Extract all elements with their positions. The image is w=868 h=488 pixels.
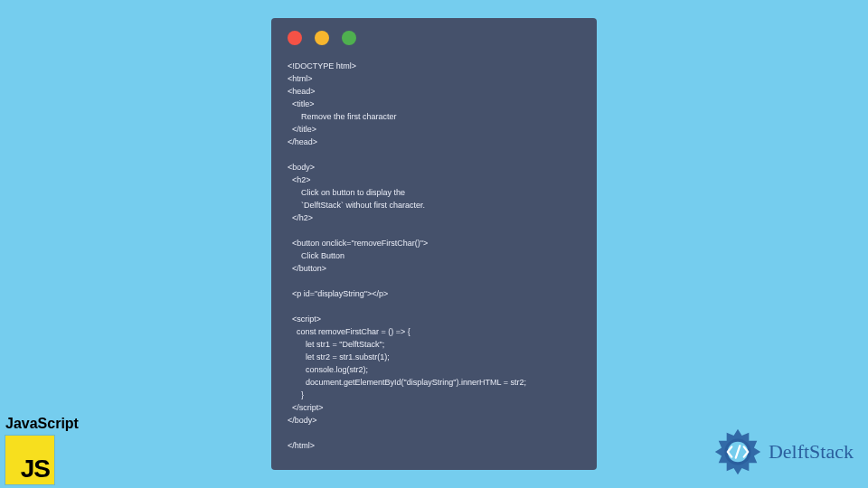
code-window: <!DOCTYPE html> <html> <head> <title> Re… xyxy=(271,18,597,470)
delftstack-logo-icon xyxy=(712,427,763,477)
javascript-badge: JavaScript xyxy=(5,416,79,484)
delftstack-brand: DelftStack xyxy=(712,427,854,477)
javascript-logo-icon xyxy=(5,436,54,484)
delftstack-text: DelftStack xyxy=(769,440,854,464)
code-block: <!DOCTYPE html> <html> <head> <title> Re… xyxy=(288,60,580,452)
close-icon xyxy=(288,31,302,45)
window-controls xyxy=(288,31,580,45)
javascript-label: JavaScript xyxy=(5,416,79,432)
maximize-icon xyxy=(342,31,356,45)
minimize-icon xyxy=(315,31,329,45)
